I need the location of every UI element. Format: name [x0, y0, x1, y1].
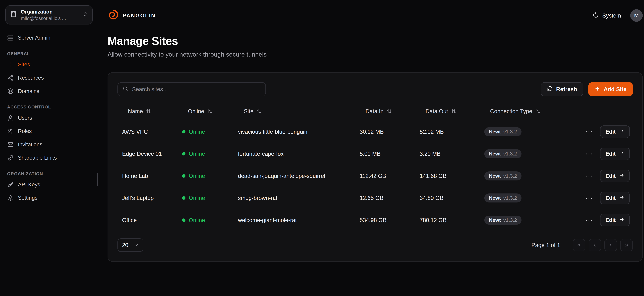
column-header-data-out[interactable]: Data Out — [415, 108, 480, 114]
row-menu-button[interactable]: ⋯ — [584, 128, 594, 136]
status-text: Online — [189, 128, 205, 135]
sidebar-item-label: Resources — [18, 75, 44, 81]
column-header-name[interactable]: Name — [118, 108, 178, 114]
sidebar-item-invitations[interactable]: Invitations — [0, 138, 98, 151]
data-out-value: 52.02 MB — [415, 128, 480, 135]
site-name: AWS VPC — [118, 128, 178, 135]
connection-version: v1.3.2 — [503, 217, 517, 223]
row-actions: ⋯ Edit — [584, 192, 633, 204]
column-label: Online — [188, 108, 204, 114]
sidebar-item-label: Users — [18, 115, 32, 121]
edit-button[interactable]: Edit — [600, 148, 630, 160]
status-text: Online — [189, 173, 205, 179]
sidebar-item-label: Roles — [18, 128, 32, 134]
site-id: smug-brown-rat — [234, 195, 355, 201]
search-input[interactable] — [132, 86, 261, 92]
edit-button[interactable]: Edit — [600, 126, 630, 138]
gear-icon — [7, 194, 14, 201]
column-label: Data Out — [426, 108, 448, 114]
online-dot-icon — [182, 130, 186, 134]
brand[interactable]: PANGOLIN — [108, 9, 156, 22]
edit-button[interactable]: Edit — [600, 192, 630, 204]
add-site-button[interactable]: Add Site — [588, 82, 633, 96]
sidebar-item-shareable-links[interactable]: Shareable Links — [0, 151, 98, 164]
sidebar-item-domains[interactable]: Domains — [0, 84, 98, 98]
table-row: Edge Device 01 Online fortunate-cape-fox… — [118, 142, 633, 165]
sidebar-item-api-keys[interactable]: API Keys — [0, 178, 98, 191]
data-in-value: 534.98 GB — [355, 217, 415, 223]
arrow-right-icon — [619, 128, 624, 135]
next-page-button[interactable] — [604, 239, 617, 252]
refresh-label: Refresh — [556, 86, 577, 92]
ellipsis-icon: ⋯ — [586, 194, 592, 202]
site-id: welcome-giant-mole-rat — [234, 217, 355, 223]
edit-label: Edit — [606, 217, 616, 223]
connection-type-cell: Newtv1.3.2 — [480, 216, 584, 225]
org-selector[interactable]: Organization milo@fossorial.io's ... — [6, 6, 92, 24]
chevron-down-icon — [134, 243, 139, 248]
column-header-connection-type[interactable]: Connection Type — [480, 108, 584, 114]
sidebar-item-resources[interactable]: Resources — [0, 71, 98, 84]
connection-type-badge: Newtv1.3.2 — [484, 194, 522, 202]
sort-icon — [451, 108, 456, 114]
column-header-online[interactable]: Online — [178, 108, 234, 114]
connection-name: Newt — [489, 217, 501, 223]
theme-toggle-button[interactable]: System — [593, 12, 621, 20]
first-page-button[interactable] — [573, 239, 585, 252]
page-size-select[interactable]: 20 — [118, 238, 143, 252]
column-label: Connection Type — [490, 108, 532, 114]
edit-button[interactable]: Edit — [600, 214, 630, 226]
site-name: Office — [118, 217, 178, 223]
connection-type-badge: Newtv1.3.2 — [484, 172, 522, 180]
previous-page-button[interactable] — [588, 239, 601, 252]
online-dot-icon — [182, 218, 186, 222]
sidebar-item-label: Sites — [18, 62, 30, 68]
edit-label: Edit — [606, 151, 616, 157]
globe-icon — [7, 88, 14, 94]
sidebar-item-roles[interactable]: Roles — [0, 124, 98, 138]
avatar[interactable]: M — [630, 9, 643, 22]
ellipsis-icon: ⋯ — [586, 128, 592, 136]
column-label: Site — [244, 108, 254, 114]
row-menu-button[interactable]: ⋯ — [584, 172, 594, 180]
status-cell: Online — [178, 195, 234, 201]
sites-card: Refresh Add Site Name — [108, 72, 643, 262]
topbar-right: System M — [593, 9, 643, 22]
search-icon — [122, 86, 128, 93]
sort-icon — [386, 108, 392, 114]
status-cell: Online — [178, 173, 234, 179]
edit-label: Edit — [606, 195, 616, 201]
row-menu-button[interactable]: ⋯ — [584, 216, 594, 224]
row-menu-button[interactable]: ⋯ — [584, 194, 594, 202]
toolbar-actions: Refresh Add Site — [541, 82, 633, 96]
sidebar-item-users[interactable]: Users — [0, 111, 98, 124]
sidebar-item-server-admin[interactable]: Server Admin — [0, 31, 98, 44]
site-id: vivacious-little-blue-penguin — [234, 128, 355, 135]
sidebar: Organization milo@fossorial.io's ... Ser… — [0, 0, 98, 296]
table-row: Home Lab Online dead-san-joaquin-antelop… — [118, 165, 633, 187]
sidebar-item-sites[interactable]: Sites — [0, 58, 98, 71]
site-name: Home Lab — [118, 173, 178, 179]
ellipsis-icon: ⋯ — [586, 150, 592, 158]
data-out-value: 141.68 GB — [415, 173, 480, 179]
column-header-data-in[interactable]: Data In — [355, 108, 415, 114]
last-page-button[interactable] — [620, 239, 633, 252]
app-window: Organization milo@fossorial.io's ... Ser… — [0, 0, 644, 296]
edit-button[interactable]: Edit — [600, 170, 630, 182]
row-menu-button[interactable]: ⋯ — [584, 150, 594, 158]
online-dot-icon — [182, 152, 186, 156]
connection-version: v1.3.2 — [503, 173, 517, 179]
table-row: Office Online welcome-giant-mole-rat 534… — [118, 209, 633, 231]
chevrons-right-icon — [624, 242, 629, 248]
connection-name: Newt — [489, 151, 501, 157]
table-row: AWS VPC Online vivacious-little-blue-pen… — [118, 120, 633, 143]
column-header-site[interactable]: Site — [234, 108, 355, 114]
page-title: Manage Sites — [108, 34, 643, 48]
sort-icon — [256, 108, 262, 114]
refresh-button[interactable]: Refresh — [541, 82, 583, 96]
sidebar-item-label: Settings — [18, 195, 38, 201]
section-label-access-control: ACCESS CONTROL — [7, 104, 98, 110]
sidebar-scrollbar-thumb[interactable] — [97, 173, 98, 186]
row-actions: ⋯ Edit — [584, 170, 633, 182]
sidebar-item-settings[interactable]: Settings — [0, 191, 98, 204]
